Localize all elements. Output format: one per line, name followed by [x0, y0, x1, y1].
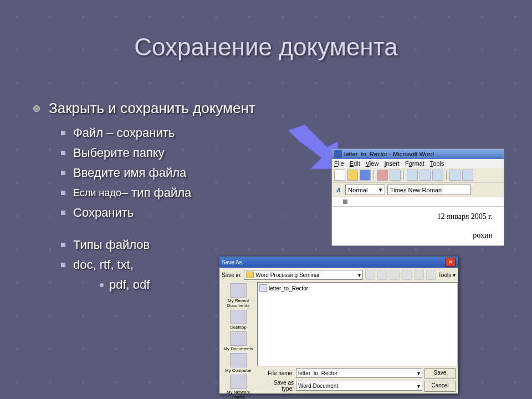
doc-date-text: 12 января 2005 г.: [343, 212, 493, 221]
tools-menu[interactable]: Tools ▾: [438, 272, 456, 278]
word-title-text: letter_to_Rector - Microsoft Word: [344, 151, 434, 157]
file-name-label: File name:: [262, 370, 294, 376]
bullet-item: Если надо – тип файла: [61, 186, 255, 200]
network-icon: [230, 375, 247, 389]
word-ruler[interactable]: [332, 197, 504, 207]
square-bullet-icon: [61, 151, 65, 155]
word-document-area[interactable]: 12 января 2005 г. рохин: [332, 207, 504, 245]
bullet-text: Типы файлов: [73, 238, 150, 252]
svg-marker-0: [288, 125, 338, 169]
document-icon: [259, 284, 267, 292]
file-name-input[interactable]: letter_to_Rector▾: [296, 368, 422, 378]
sidebar-label: My Computer: [225, 368, 252, 373]
sidebar-label: My Network Places: [227, 390, 250, 399]
views-icon[interactable]: [426, 270, 436, 280]
paste-icon[interactable]: [432, 170, 443, 181]
save-as-type-label: Save as type:: [262, 380, 294, 392]
bullet-text: Выберите папку: [73, 146, 165, 160]
square-bullet-icon: [61, 211, 65, 215]
list-item-name: letter_to_Rector: [269, 285, 308, 291]
save-as-bottom: File name: letter_to_Rector▾ Save as typ…: [219, 366, 458, 393]
sidebar-mydocs[interactable]: My Documents: [222, 331, 255, 351]
print-icon[interactable]: [377, 170, 388, 181]
menu-format[interactable]: Format: [405, 160, 424, 167]
bullet-item: Выберите папку: [61, 146, 255, 160]
bullet-item: Сохранить: [61, 206, 255, 220]
spellcheck-icon[interactable]: [449, 170, 461, 181]
bullet-item: Файл – сохранить: [61, 126, 255, 140]
save-in-label: Save in:: [222, 272, 242, 278]
bullet-item: Типы файлов: [61, 238, 255, 252]
save-as-title-text: Save As: [222, 259, 242, 265]
back-icon[interactable]: [365, 270, 375, 280]
square-bullet-icon: [61, 263, 65, 267]
slide-title: Сохранение документа: [0, 33, 532, 61]
bullet-text: doc, rtf, txt,: [73, 258, 134, 272]
bullet-item: Введите имя файла: [61, 166, 255, 180]
save-as-type-dropdown[interactable]: Word Document▾: [296, 381, 422, 391]
menu-tools[interactable]: Tools: [430, 160, 444, 167]
bullet-text-suffix: – тип файла: [121, 186, 191, 200]
print-preview-icon[interactable]: [390, 170, 401, 181]
file-name-value: letter_to_Rector: [298, 370, 337, 376]
bullet-sub-text: pdf, odf: [109, 278, 150, 292]
save-as-body: My Recent Documents Desktop My Documents…: [219, 282, 458, 366]
square-bullet-icon: [61, 243, 65, 247]
mycomputer-icon: [230, 353, 247, 367]
open-icon[interactable]: [347, 170, 358, 181]
new-folder-icon[interactable]: [414, 270, 424, 280]
style-dropdown[interactable]: Normal▾: [345, 185, 385, 195]
word-format-bar: A Normal▾ Times New Roman: [332, 183, 504, 197]
bullet-text: Сохранить: [73, 206, 134, 220]
cut-icon[interactable]: [407, 170, 418, 181]
folder-icon: [246, 272, 254, 278]
toolbar-separator: [403, 170, 404, 180]
doc-name-text: рохин: [343, 231, 493, 240]
search-icon[interactable]: [390, 270, 400, 280]
font-value: Times New Roman: [390, 187, 442, 193]
bullet-main: Закрыть и сохранить документ: [33, 100, 255, 117]
styles-icon[interactable]: A: [334, 187, 343, 193]
menu-view[interactable]: View: [366, 160, 379, 167]
save-as-file-list[interactable]: letter_to_Rector: [257, 282, 458, 366]
sidebar-recent[interactable]: My Recent Documents: [222, 283, 255, 308]
save-as-type-value: Word Document: [298, 383, 338, 389]
save-as-top-row: Save in: Word Processing Seminar ▾ Tools…: [219, 268, 458, 282]
word-toolbar: [332, 168, 504, 183]
up-icon[interactable]: [377, 270, 387, 280]
save-icon[interactable]: [360, 170, 371, 181]
research-icon[interactable]: [462, 170, 473, 181]
bullet-text: Файл – сохранить: [73, 126, 175, 140]
bullet-main-text: Закрыть и сохранить документ: [49, 100, 255, 117]
word-window: letter_to_Rector - Microsoft Word File E…: [331, 149, 504, 246]
word-app-icon: [334, 150, 342, 158]
menu-insert[interactable]: Insert: [384, 160, 400, 167]
delete-icon[interactable]: [402, 270, 412, 280]
save-as-sidebar: My Recent Documents Desktop My Documents…: [219, 282, 257, 366]
toolbar-separator: [446, 170, 447, 180]
cancel-button[interactable]: Cancel: [424, 381, 456, 392]
bullet-text-prefix: Если надо: [73, 187, 121, 199]
sidebar-network[interactable]: My Network Places: [222, 375, 255, 399]
save-button[interactable]: Save: [424, 368, 456, 379]
square-bullet-icon: [61, 131, 65, 135]
recent-icon: [230, 283, 247, 298]
font-dropdown[interactable]: Times New Roman: [387, 185, 470, 195]
close-icon[interactable]: ✕: [446, 258, 456, 267]
new-doc-icon[interactable]: [334, 170, 345, 181]
save-in-dropdown[interactable]: Word Processing Seminar ▾: [244, 270, 363, 280]
menu-edit[interactable]: Edit: [350, 160, 360, 167]
square-bullet-icon: [61, 191, 65, 195]
copy-icon[interactable]: [420, 170, 431, 181]
word-titlebar: letter_to_Rector - Microsoft Word: [332, 149, 504, 159]
sidebar-mycomputer[interactable]: My Computer: [222, 353, 255, 373]
bullet-text: Введите имя файла: [73, 166, 186, 180]
toolbar-separator: [374, 170, 374, 180]
list-item[interactable]: letter_to_Rector: [259, 284, 456, 292]
sidebar-label: My Documents: [223, 346, 253, 351]
tools-label: Tools: [438, 272, 451, 278]
sidebar-desktop[interactable]: Desktop: [222, 310, 255, 330]
bullet-icon: [33, 105, 40, 112]
desktop-icon: [230, 310, 247, 324]
menu-file[interactable]: File: [334, 160, 344, 167]
